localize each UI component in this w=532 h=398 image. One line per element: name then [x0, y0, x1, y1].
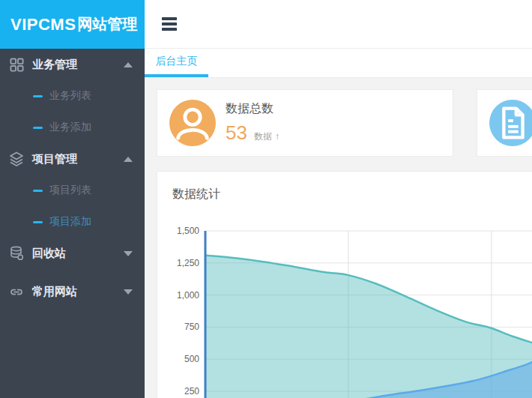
svg-text:1,500: 1,500	[177, 226, 199, 236]
sidebar-item-common-sites[interactable]: 常用网站	[0, 276, 145, 307]
svg-text:250: 250	[184, 386, 199, 397]
area-chart: 1,5001,2501,000750500250	[157, 218, 532, 398]
app-logo: VIPCMS 网站管理	[0, 0, 145, 49]
trend-up-icon: ↑	[275, 131, 279, 142]
dash-icon	[33, 95, 43, 97]
tab-label: 后台主页	[156, 55, 198, 68]
svg-text:1,000: 1,000	[177, 290, 199, 301]
stat-cards-row: 数据总数 53 数据 ↑	[157, 89, 532, 157]
main-area: 后台主页 数据总数 53 数据 ↑	[145, 0, 532, 398]
tab-bar: 后台主页	[145, 49, 532, 78]
layers-icon	[9, 151, 24, 166]
database-icon	[9, 246, 24, 261]
sidebar-item-project[interactable]: 项目管理	[0, 143, 145, 175]
sidebar-item-recycle[interactable]: 回收站	[0, 238, 145, 269]
stat-card-second	[477, 89, 532, 157]
sidebar-item-business[interactable]: 业务管理	[0, 49, 145, 80]
chart-title: 数据统计	[157, 172, 532, 202]
stat-card-data-total: 数据总数 53 数据 ↑	[157, 89, 453, 157]
sidebar-subitem-label: 业务列表	[49, 89, 91, 103]
topbar	[145, 0, 532, 49]
chart-card: 数据统计 1,5001,2501,000750500250	[157, 171, 532, 398]
sidebar-item-project-list[interactable]: 项目列表	[0, 175, 145, 206]
sidebar-subitem-label: 业务添加	[49, 121, 91, 134]
sidebar-nav: 业务管理 业务列表 业务添加 项目管理 项目列表	[0, 49, 145, 307]
chevron-down-icon	[124, 289, 133, 295]
sidebar: VIPCMS 网站管理 业务管理 业务列表 业务添加	[0, 0, 145, 398]
chevron-down-icon	[124, 251, 133, 256]
svg-text:1,250: 1,250	[177, 258, 199, 268]
sidebar-item-business-add[interactable]: 业务添加	[0, 112, 145, 143]
stat-title: 数据总数	[226, 101, 279, 117]
sidebar-item-label: 常用网站	[32, 285, 124, 299]
dash-icon	[33, 221, 43, 223]
logo-suffix-text: 网站管理	[77, 14, 137, 34]
svg-text:750: 750	[184, 322, 199, 332]
stat-value: 53	[226, 121, 247, 145]
tab-backend-home[interactable]: 后台主页	[145, 49, 208, 77]
sidebar-item-business-list[interactable]: 业务列表	[0, 80, 145, 112]
sidebar-item-label: 业务管理	[32, 58, 124, 72]
link-icon	[9, 284, 24, 299]
sidebar-item-label: 回收站	[32, 247, 124, 261]
logo-brand-text: VIPCMS	[10, 15, 76, 34]
sidebar-subitem-label: 项目列表	[49, 184, 91, 197]
content-area: 数据总数 53 数据 ↑ 数据统计 1,5001,25	[145, 78, 532, 398]
sidebar-item-label: 项目管理	[32, 152, 124, 166]
document-icon	[489, 100, 532, 146]
chevron-up-icon	[124, 62, 133, 67]
grid-icon	[9, 57, 24, 72]
stat-text: 数据总数 53 数据 ↑	[226, 101, 279, 145]
dash-icon	[33, 127, 43, 129]
dash-icon	[33, 190, 43, 192]
sidebar-subitem-label: 项目添加	[49, 215, 91, 229]
stat-unit: 数据	[254, 130, 272, 143]
chevron-up-icon	[124, 157, 133, 162]
hamburger-icon[interactable]	[159, 14, 180, 34]
app-window: VIPCMS 网站管理 业务管理 业务列表 业务添加	[0, 0, 532, 398]
sidebar-item-project-add[interactable]: 项目添加	[0, 206, 145, 238]
svg-text:500: 500	[184, 354, 199, 364]
user-icon	[169, 100, 216, 146]
